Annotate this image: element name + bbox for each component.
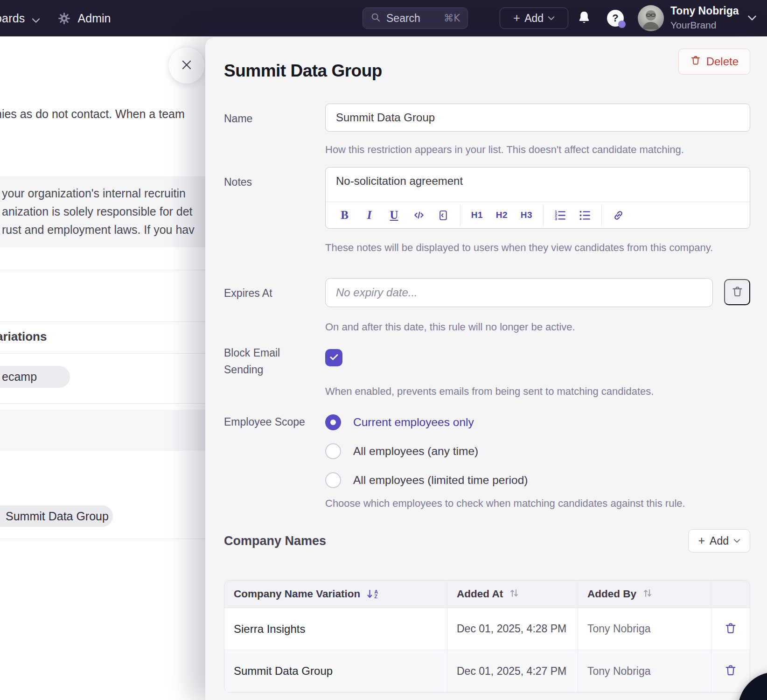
trash-icon: [690, 55, 701, 69]
chevron-down-icon: [733, 539, 740, 543]
nav-item-boards[interactable]: oards: [0, 12, 25, 25]
divider: [601, 204, 602, 226]
search-input[interactable]: Search ⌘K: [363, 7, 468, 29]
page-title: Summit Data Group: [224, 61, 382, 81]
disclaimer-box: your organization's internal recruitin a…: [0, 176, 205, 247]
trash-icon: [724, 622, 737, 637]
table-row-1-added-at: Dec 01, 2025, 4:28 PM: [447, 608, 578, 650]
disclaimer-line: rust and employment laws. If you hav: [2, 221, 205, 239]
user-name: Tony Nobriga: [670, 6, 739, 16]
notes-toolbar: B I U H1 H2 H3 123: [326, 202, 750, 228]
heading-3-icon[interactable]: H3: [514, 210, 539, 220]
section-header-fragment: ariations: [0, 329, 47, 344]
table-row-1-added-by: Tony Nobriga: [578, 608, 711, 650]
heading-1-icon[interactable]: H1: [465, 210, 489, 220]
gear-icon: [58, 12, 70, 25]
search-shortcut: ⌘K: [444, 13, 460, 24]
expires-label: Expires At: [224, 285, 321, 301]
scope-option-current[interactable]: Current employees only: [325, 413, 474, 432]
close-icon: [180, 58, 193, 73]
name-input[interactable]: Summit Data Group: [325, 104, 750, 132]
user-org: YourBrand: [670, 20, 739, 30]
heading-2-icon[interactable]: H2: [489, 210, 514, 220]
code-icon[interactable]: [406, 209, 431, 221]
block-email-label: Block Email Sending: [224, 344, 321, 378]
block-email-checkbox[interactable]: [325, 349, 342, 366]
table-band: [0, 410, 205, 451]
divider: [0, 403, 205, 404]
delete-row-button[interactable]: [711, 650, 750, 692]
name-label: Name: [224, 110, 321, 127]
chevron-down-icon: [548, 16, 555, 21]
help-notification-dot: [618, 21, 626, 28]
delete-row-button[interactable]: [711, 608, 750, 650]
expiry-date-input[interactable]: No expiry date...: [325, 278, 713, 307]
disclaimer-line: anization is solely responsible for det: [2, 203, 205, 221]
search-icon: [370, 12, 381, 24]
scope-helper: Choose which employees to check when mat…: [325, 496, 685, 511]
company-names-table: Company Name Variation AZ Added At Added…: [224, 580, 750, 693]
close-drawer-button[interactable]: [168, 47, 205, 84]
add-button[interactable]: + Add: [500, 7, 568, 29]
employee-scope-label: Employee Scope: [224, 413, 321, 430]
check-icon: [328, 351, 340, 364]
table-row-2-added-by: Tony Nobriga: [578, 650, 711, 692]
divider: [0, 322, 205, 322]
divider: [0, 539, 205, 539]
italic-icon[interactable]: I: [357, 209, 382, 222]
company-chip[interactable]: Summit Data Group: [0, 505, 113, 527]
clear-expiry-button[interactable]: [724, 279, 750, 305]
plus-icon: +: [513, 11, 520, 25]
avatar[interactable]: [638, 5, 664, 31]
scope-option-all-limited[interactable]: All employees (limited time period): [325, 471, 528, 490]
svg-text:3: 3: [555, 217, 557, 221]
block-email-helper: When enabled, prevents emails from being…: [325, 384, 654, 399]
radio-unselected-icon: [325, 472, 341, 488]
search-placeholder: Search: [386, 12, 444, 25]
column-header-variation[interactable]: Company Name Variation AZ: [224, 581, 447, 608]
notes-editor[interactable]: No-solicitation agreement B I U H1 H2 H3…: [325, 167, 750, 229]
add-company-name-button[interactable]: + Add: [688, 529, 750, 553]
divider: [0, 270, 205, 270]
notifications-bell-icon[interactable]: [577, 11, 591, 28]
trash-icon: [731, 285, 744, 299]
name-helper: How this restriction appears in your lis…: [325, 142, 684, 158]
column-header-added-by[interactable]: Added By: [578, 581, 711, 608]
bold-icon[interactable]: B: [332, 209, 357, 222]
column-header-actions: [711, 581, 750, 608]
scope-option-all-any-time[interactable]: All employees (any time): [325, 442, 478, 461]
expiry-placeholder: No expiry date...: [336, 286, 418, 299]
divider: [543, 204, 544, 226]
nav-item-admin[interactable]: Admin: [78, 12, 111, 25]
link-icon[interactable]: [606, 209, 631, 222]
table-row-1-name: Sierra Insights: [224, 608, 447, 650]
expires-helper: On and after this date, this rule will n…: [325, 319, 575, 335]
code-block-icon[interactable]: [431, 210, 456, 221]
notes-helper: These notes will be displayed to users w…: [325, 240, 717, 256]
detail-drawer: Summit Data Group Delete Name Summit Dat…: [205, 37, 767, 700]
trash-icon: [724, 664, 737, 679]
underline-icon[interactable]: U: [382, 209, 406, 222]
plus-icon: +: [698, 534, 705, 547]
delete-button[interactable]: Delete: [678, 49, 750, 75]
bullet-list-icon[interactable]: [572, 209, 597, 222]
ordered-list-icon[interactable]: 123: [548, 209, 572, 222]
top-navbar: oards Admin Search: [0, 0, 767, 36]
column-header-added-at[interactable]: Added At: [447, 581, 578, 608]
radio-selected-icon: [325, 414, 341, 430]
notes-value: No-solicitation agreement: [336, 175, 463, 188]
user-menu[interactable]: Tony Nobriga YourBrand: [670, 6, 739, 30]
chevron-down-icon: [32, 13, 40, 26]
sort-az-icon: AZ: [367, 589, 378, 599]
company-chip[interactable]: ecamp: [0, 366, 70, 388]
chevron-down-icon[interactable]: [747, 14, 757, 23]
background-page: nies as do not contact. When a team your…: [0, 36, 205, 700]
company-names-heading: Company Names: [224, 534, 326, 548]
question-mark-icon: ?: [612, 12, 618, 24]
background-text-fragment: nies as do not contact. When a team: [0, 107, 205, 121]
divider: [0, 353, 205, 354]
help-button[interactable]: ?: [607, 10, 624, 27]
table-row-2-name: Summit Data Group: [224, 650, 447, 692]
name-value: Summit Data Group: [336, 111, 435, 124]
sort-updown-icon: [643, 588, 652, 600]
